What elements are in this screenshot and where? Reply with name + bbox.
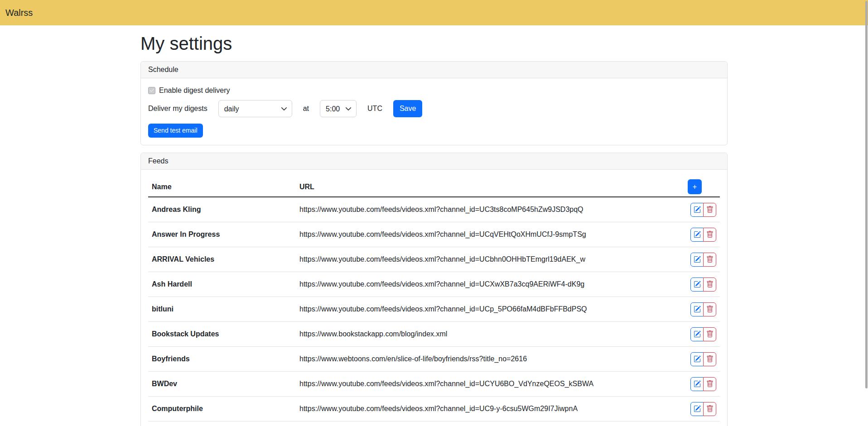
schedule-card-header: Schedule <box>141 62 727 78</box>
feeds-table-body: Andreas Kling https://www.youtube.com/fe… <box>148 197 720 426</box>
feed-url: https://www.youtube.com/feeds/videos.xml… <box>296 247 671 272</box>
table-row: Fireship https://www.youtube.com/feeds/v… <box>148 421 720 426</box>
feed-name: Andreas Kling <box>148 197 296 222</box>
feed-actions <box>690 402 716 416</box>
navbar: Walrss <box>0 0 868 25</box>
feed-url: https://www.youtube.com/feeds/videos.xml… <box>296 421 671 426</box>
enable-digest-checkbox[interactable] <box>148 87 155 94</box>
edit-feed-button[interactable] <box>690 352 704 366</box>
edit-feed-button[interactable] <box>690 402 704 416</box>
check-icon <box>149 88 154 93</box>
delete-feed-button[interactable] <box>703 278 716 292</box>
feed-actions <box>690 228 716 242</box>
trash-icon <box>706 355 714 363</box>
delete-feed-button[interactable] <box>703 352 716 366</box>
delete-feed-button[interactable] <box>703 402 716 416</box>
edit-feed-button[interactable] <box>690 228 704 242</box>
feed-actions <box>690 203 716 217</box>
feeds-card: Feeds Name URL + Andreas Kling https://w… <box>140 153 728 426</box>
edit-feed-button[interactable] <box>690 203 704 217</box>
edit-feed-button[interactable] <box>690 377 704 391</box>
enable-digest-label: Enable digest delivery <box>159 86 230 95</box>
pencil-square-icon <box>694 206 701 213</box>
table-row: Andreas Kling https://www.youtube.com/fe… <box>148 197 720 222</box>
table-row: Bookstack Updates https://www.bookstacka… <box>148 322 720 347</box>
feeds-card-header: Feeds <box>141 153 727 170</box>
trash-icon <box>706 405 714 412</box>
feed-url: https://www.youtube.com/feeds/videos.xml… <box>296 197 671 222</box>
app-brand[interactable]: Walrss <box>5 8 33 18</box>
delete-feed-button[interactable] <box>703 302 716 316</box>
feed-actions <box>690 377 716 391</box>
trash-icon <box>706 231 714 238</box>
feeds-card-body: Name URL + Andreas Kling https://www.you… <box>141 170 727 426</box>
table-row: ARRIVAL Vehicles https://www.youtube.com… <box>148 247 720 272</box>
feed-url: https://www.youtube.com/feeds/videos.xml… <box>296 272 671 297</box>
feed-url: https://www.youtube.com/feeds/videos.xml… <box>296 397 671 421</box>
trash-icon <box>706 306 714 313</box>
schedule-card-body: Enable digest delivery Deliver my digest… <box>141 78 727 145</box>
feed-name: Fireship <box>148 421 296 426</box>
table-row: Answer In Progress https://www.youtube.c… <box>148 222 720 247</box>
utc-label: UTC <box>367 105 382 113</box>
pencil-square-icon <box>694 231 701 238</box>
feed-actions <box>690 278 716 292</box>
feed-name: Ash Hardell <box>148 272 296 297</box>
feed-actions <box>690 302 716 316</box>
save-button[interactable]: Save <box>393 100 422 117</box>
feed-name: bitluni <box>148 297 296 322</box>
feed-name: Boyfriends <box>148 347 296 372</box>
feed-actions <box>690 352 716 366</box>
main-content: My settings Schedule Enable digest deliv… <box>140 34 728 426</box>
at-label: at <box>303 105 309 113</box>
feed-url: https://www.bookstackapp.com/blog/index.… <box>296 322 671 347</box>
feed-name: Bookstack Updates <box>148 322 296 347</box>
pencil-square-icon <box>694 306 701 313</box>
schedule-card: Schedule Enable digest delivery Deliver … <box>140 61 728 145</box>
feed-name: Computerphile <box>148 397 296 421</box>
delete-feed-button[interactable] <box>703 253 716 267</box>
feed-actions <box>690 253 716 267</box>
table-row: Computerphile https://www.youtube.com/fe… <box>148 397 720 421</box>
feed-url: https://www.youtube.com/feeds/videos.xml… <box>296 297 671 322</box>
enable-digest-row: Enable digest delivery <box>148 86 720 95</box>
scrollbar[interactable] <box>865 1 868 388</box>
pencil-square-icon <box>694 355 701 363</box>
feeds-table-header-row: Name URL + <box>148 177 720 197</box>
deliver-label: Deliver my digests <box>148 105 207 113</box>
time-select[interactable]: 5:00 <box>320 100 357 117</box>
feed-name: ARRIVAL Vehicles <box>148 247 296 272</box>
column-header-url: URL <box>296 177 671 197</box>
delete-feed-button[interactable] <box>703 377 716 391</box>
frequency-select[interactable]: daily <box>218 100 292 117</box>
delivery-controls-row: Deliver my digests daily at 5:00 <box>148 100 720 117</box>
column-header-name: Name <box>148 177 296 197</box>
page-title: My settings <box>140 34 728 54</box>
delete-feed-button[interactable] <box>703 228 716 242</box>
trash-icon <box>706 206 714 213</box>
trash-icon <box>706 281 714 288</box>
add-feed-button[interactable]: + <box>688 179 702 194</box>
feed-name: Answer In Progress <box>148 222 296 247</box>
frequency-select-wrap: daily <box>218 100 292 117</box>
delete-feed-button[interactable] <box>703 327 716 341</box>
trash-icon <box>706 256 714 263</box>
edit-feed-button[interactable] <box>690 253 704 267</box>
feed-url: https://www.youtube.com/feeds/videos.xml… <box>296 372 671 397</box>
edit-feed-button[interactable] <box>690 327 704 341</box>
edit-feed-button[interactable] <box>690 302 704 316</box>
trash-icon <box>706 330 714 338</box>
table-row: Ash Hardell https://www.youtube.com/feed… <box>148 272 720 297</box>
table-row: BWDev https://www.youtube.com/feeds/vide… <box>148 372 720 397</box>
time-select-wrap: 5:00 <box>320 100 357 117</box>
table-row: Boyfriends https://www.webtoons.com/en/s… <box>148 347 720 372</box>
trash-icon <box>706 380 714 388</box>
feed-url: https://www.webtoons.com/en/slice-of-lif… <box>296 347 671 372</box>
pencil-square-icon <box>694 256 701 263</box>
feeds-table: Name URL + Andreas Kling https://www.you… <box>148 177 720 426</box>
edit-feed-button[interactable] <box>690 278 704 292</box>
send-test-email-button[interactable]: Send test email <box>148 124 203 138</box>
table-row: bitluni https://www.youtube.com/feeds/vi… <box>148 297 720 322</box>
feed-actions <box>690 327 716 341</box>
delete-feed-button[interactable] <box>703 203 716 217</box>
